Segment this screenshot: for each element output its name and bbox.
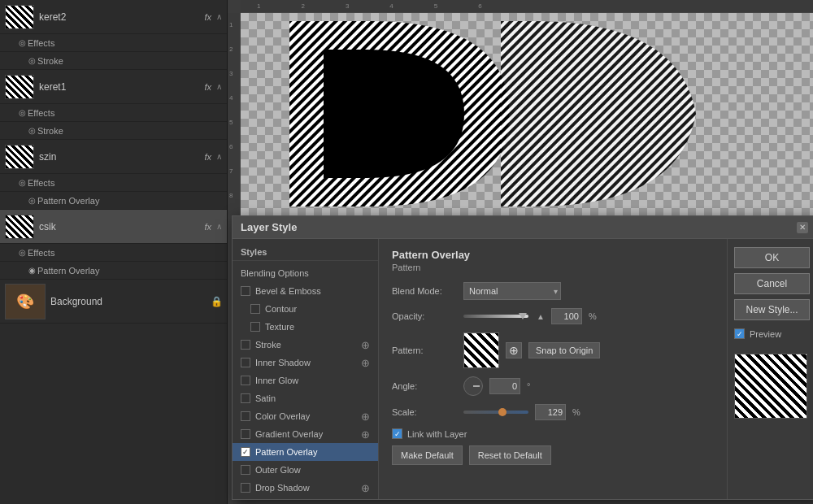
- cancel-button[interactable]: Cancel: [734, 273, 810, 294]
- make-default-button[interactable]: Make Default: [392, 445, 463, 465]
- ok-button[interactable]: OK: [734, 247, 810, 268]
- dialog-close-button[interactable]: ✕: [797, 222, 808, 233]
- scale-unit: %: [572, 407, 580, 417]
- angle-needle: [473, 385, 480, 387]
- style-satin[interactable]: Satin: [233, 389, 378, 407]
- layer-sub-pattern-overlay: ◉ Pattern Overlay: [0, 262, 227, 280]
- sub-label: Effects: [28, 248, 54, 258]
- layer-item-background[interactable]: 🎨 Background 🔒: [0, 280, 227, 324]
- style-color-overlay[interactable]: Color Overlay ⊕: [233, 407, 378, 425]
- layer-item-active[interactable]: csik fx ∧: [0, 210, 227, 244]
- layer-name: keret2: [39, 11, 204, 23]
- pattern-add-button[interactable]: ⊕: [506, 342, 522, 358]
- style-inner-shadow[interactable]: Inner Shadow ⊕: [233, 354, 378, 371]
- eye-icon: ◎: [16, 37, 28, 49]
- scale-slider[interactable]: [463, 411, 528, 414]
- plus-icon[interactable]: ⊕: [361, 428, 370, 441]
- blending-options-item[interactable]: Blending Options: [233, 264, 378, 282]
- sub-label: Effects: [28, 178, 54, 188]
- layer-name: Background: [50, 296, 211, 307]
- eye-icon: ◎: [26, 195, 37, 206]
- preview-label: Preview: [750, 329, 781, 339]
- style-checkbox[interactable]: [241, 465, 250, 475]
- pattern-overlay-settings: Pattern Overlay Pattern Blend Mode: Norm…: [379, 239, 727, 499]
- style-inner-glow[interactable]: Inner Glow: [233, 371, 378, 389]
- style-texture[interactable]: Texture: [233, 318, 378, 336]
- blend-mode-row: Blend Mode: Normal: [392, 282, 714, 300]
- lock-icon: 🔒: [211, 296, 222, 307]
- preview-checkbox[interactable]: [734, 328, 745, 339]
- blend-mode-label: Blend Mode:: [392, 286, 457, 296]
- layer-sub-effects: ◎ Effects: [0, 244, 227, 262]
- layer-fx-badge: fx: [204, 12, 211, 22]
- layer-sub-stroke: ◎ Stroke: [0, 122, 227, 140]
- style-checkbox[interactable]: [241, 376, 250, 385]
- style-outer-glow[interactable]: Outer Glow: [233, 461, 378, 479]
- style-gradient-overlay[interactable]: Gradient Overlay ⊕: [233, 425, 378, 443]
- layer-sub-effects: ◎ Effects: [0, 174, 227, 192]
- layer-item[interactable]: keret2 fx ∧: [0, 0, 227, 34]
- layer-sub-effects: ◎ Effects: [0, 34, 227, 52]
- style-bevel-emboss[interactable]: Bevel & Emboss: [233, 282, 378, 300]
- styles-panel: Styles Blending Options Bevel & Emboss C…: [233, 239, 379, 499]
- style-contour[interactable]: Contour: [233, 300, 378, 318]
- sub-label: Stroke: [37, 56, 63, 66]
- style-checkbox[interactable]: [241, 393, 250, 403]
- style-checkbox[interactable]: [241, 411, 250, 421]
- plus-icon[interactable]: ⊕: [361, 482, 370, 494]
- opacity-label: Opacity:: [392, 311, 457, 321]
- link-layer-label: Link with Layer: [407, 429, 467, 439]
- layer-expand-icon: ∧: [216, 222, 222, 231]
- layer-thumbnail: [5, 215, 34, 239]
- scale-input[interactable]: [535, 404, 566, 420]
- pattern-row: Pattern: ⊕ Snap to Origin: [392, 332, 714, 368]
- styles-header: Styles: [233, 244, 378, 261]
- layer-item[interactable]: keret1 fx ∧: [0, 70, 227, 104]
- reset-default-button[interactable]: Reset to Default: [469, 445, 551, 465]
- style-checkbox[interactable]: [250, 304, 260, 314]
- scale-label: Scale:: [392, 407, 457, 417]
- eye-icon: ◎: [26, 125, 37, 137]
- opacity-slider[interactable]: [463, 315, 528, 318]
- angle-unit: °: [527, 381, 530, 391]
- layer-fx-badge: fx: [204, 222, 211, 232]
- new-style-button[interactable]: New Style...: [734, 299, 810, 320]
- plus-icon[interactable]: ⊕: [361, 339, 370, 351]
- style-checkbox[interactable]: [250, 322, 260, 332]
- sub-label: Effects: [28, 108, 54, 118]
- angle-input[interactable]: [489, 378, 520, 394]
- layer-thumbnail: [5, 145, 34, 169]
- angle-dial[interactable]: [463, 376, 483, 396]
- sub-label: Pattern Overlay: [37, 196, 99, 206]
- eye-icon[interactable]: ◉: [26, 265, 37, 276]
- layer-item[interactable]: szin fx ∧: [0, 140, 227, 174]
- style-checkbox-checked[interactable]: [241, 447, 250, 457]
- style-checkbox[interactable]: [241, 483, 250, 493]
- scale-thumb: [498, 408, 506, 416]
- sub-label: Effects: [28, 38, 54, 48]
- dialog-title: Layer Style: [241, 221, 297, 233]
- style-pattern-overlay[interactable]: Pattern Overlay: [233, 443, 378, 461]
- plus-icon[interactable]: ⊕: [361, 411, 370, 423]
- style-checkbox[interactable]: [241, 286, 250, 296]
- blend-mode-select[interactable]: Normal: [463, 282, 561, 300]
- opacity-thumb: [519, 313, 527, 319]
- layer-thumbnail: 🎨: [5, 284, 46, 319]
- style-checkbox[interactable]: [241, 358, 250, 367]
- action-row: Make Default Reset to Default: [392, 445, 714, 465]
- blend-mode-select-wrapper: Normal: [463, 282, 561, 300]
- snap-to-origin-button[interactable]: Snap to Origin: [528, 342, 600, 358]
- plus-icon[interactable]: ⊕: [361, 357, 370, 369]
- style-drop-shadow[interactable]: Drop Shadow ⊕: [233, 479, 378, 497]
- settings-subtitle: Pattern: [392, 263, 714, 272]
- opacity-input[interactable]: [551, 308, 582, 324]
- style-checkbox[interactable]: [241, 429, 250, 439]
- layer-expand-icon: ∧: [216, 152, 222, 161]
- angle-row: Angle: °: [392, 376, 714, 396]
- pattern-preview[interactable]: [463, 332, 499, 368]
- settings-title: Pattern Overlay: [392, 249, 714, 261]
- link-layer-checkbox[interactable]: [392, 428, 402, 439]
- style-stroke[interactable]: Stroke ⊕: [233, 336, 378, 354]
- style-checkbox[interactable]: [241, 340, 250, 350]
- eye-icon: ◎: [16, 177, 28, 189]
